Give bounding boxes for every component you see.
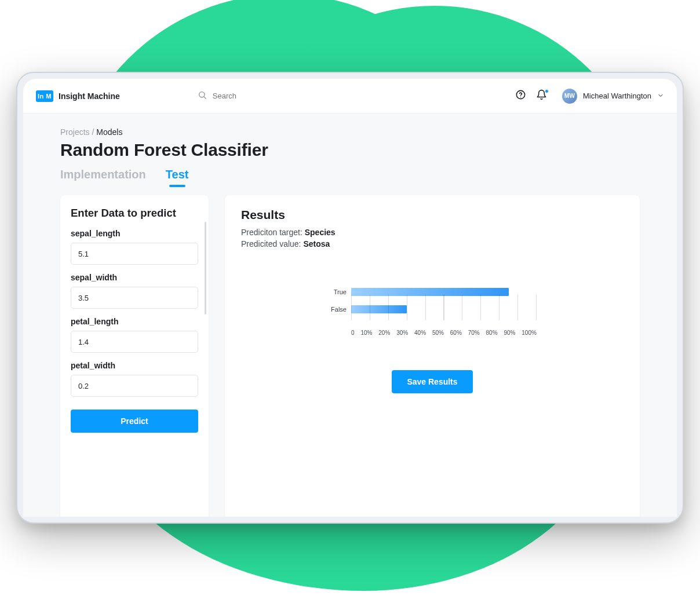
results-title: Results — [241, 208, 624, 222]
field-label: petal_width — [71, 361, 198, 370]
tick-label: 60% — [450, 330, 462, 336]
petal-width-input[interactable] — [71, 375, 198, 397]
panels: Enter Data to predict sepal_length sepal… — [60, 195, 640, 517]
field-petal-width: petal_width — [71, 361, 198, 397]
petal-length-input[interactable] — [71, 331, 198, 353]
predict-card: Enter Data to predict sepal_length sepal… — [60, 195, 209, 517]
field-label: petal_length — [71, 317, 198, 326]
bar-label: True — [328, 288, 351, 295]
screen: In M Insight Machine — [23, 79, 677, 517]
sepal-length-input[interactable] — [71, 243, 198, 265]
tick-label: 20% — [378, 330, 390, 336]
tick-label: 70% — [468, 330, 480, 336]
tick-label: 40% — [414, 330, 426, 336]
breadcrumb-root[interactable]: Projects — [60, 127, 90, 137]
results-card: Results Prediciton target: Species Predi… — [225, 195, 640, 517]
search[interactable] — [198, 90, 329, 101]
stage: In M Insight Machine — [0, 0, 700, 614]
svg-point-3 — [520, 97, 521, 97]
probability-chart: True False — [328, 286, 537, 338]
tab-test[interactable]: Test — [166, 168, 189, 187]
save-results-button[interactable]: Save Results — [392, 370, 472, 393]
svg-line-1 — [204, 97, 206, 98]
kv-label: Prediciton target: — [241, 228, 302, 237]
tick-label: 100% — [522, 330, 537, 336]
tick-label: 30% — [396, 330, 408, 336]
field-sepal-length: sepal_length — [71, 229, 198, 265]
predict-title: Enter Data to predict — [71, 207, 198, 220]
brand-badge: In M — [36, 90, 53, 102]
notifications-button[interactable] — [535, 90, 548, 103]
kv-value: Species — [305, 228, 336, 237]
tick-label: 0 — [351, 330, 355, 336]
field-label: sepal_width — [71, 273, 198, 282]
tab-implementation[interactable]: Implementation — [60, 168, 146, 187]
help-button[interactable] — [515, 90, 527, 103]
field-petal-length: petal_length — [71, 317, 198, 353]
page-body: Projects / Models Random Forest Classifi… — [23, 114, 677, 517]
notification-dot — [545, 89, 549, 93]
device-frame: In M Insight Machine — [16, 72, 684, 524]
breadcrumb-current: Models — [96, 127, 122, 137]
user-menu[interactable]: MW Micheal Warthington — [562, 89, 664, 104]
help-icon — [515, 89, 526, 103]
avatar: MW — [562, 89, 577, 104]
page-title: Random Forest Classifier — [60, 140, 640, 160]
chart-tick-labels: 010%20%30%40%50%60%70%80%90%100% — [351, 330, 537, 336]
search-input[interactable] — [213, 92, 329, 100]
topnav: In M Insight Machine — [23, 79, 677, 114]
user-name: Micheal Warthington — [583, 92, 651, 100]
kv-label: Predicited value: — [241, 239, 301, 248]
predicted-value: Predicited value: Setosa — [241, 239, 624, 248]
predict-button[interactable]: Predict — [71, 410, 198, 433]
search-icon — [198, 90, 207, 101]
brand[interactable]: In M Insight Machine — [36, 90, 120, 102]
scrollbar[interactable] — [205, 222, 206, 315]
tabs: Implementation Test — [60, 168, 640, 187]
tick-label: 10% — [360, 330, 372, 336]
chart-x-axis: 010%20%30%40%50%60%70%80%90%100% — [351, 320, 537, 338]
svg-point-0 — [199, 92, 204, 97]
bar-label: False — [328, 306, 351, 313]
chart-gridlines — [351, 295, 537, 320]
chevron-down-icon — [657, 91, 664, 101]
tick-label: 90% — [504, 330, 515, 336]
tick-label: 80% — [486, 330, 498, 336]
tick-label: 50% — [432, 330, 444, 336]
kv-value: Setosa — [303, 239, 330, 248]
brand-name: Insight Machine — [59, 92, 120, 101]
field-label: sepal_length — [71, 229, 198, 238]
field-sepal-width: sepal_width — [71, 273, 198, 309]
breadcrumb: Projects / Models — [60, 127, 640, 137]
sepal-width-input[interactable] — [71, 287, 198, 309]
prediction-target: Prediciton target: Species — [241, 228, 624, 237]
